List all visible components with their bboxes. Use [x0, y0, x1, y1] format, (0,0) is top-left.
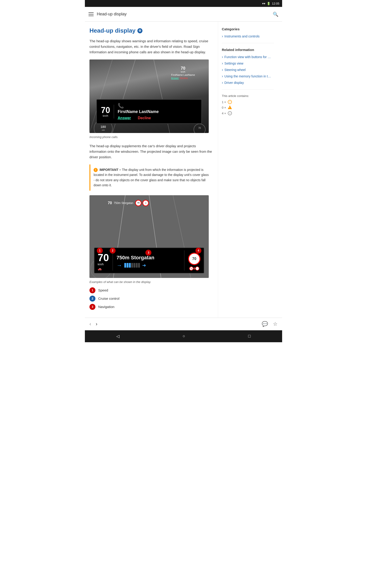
no-overtake-sign — [189, 267, 199, 271]
sidebar-link-settings-view[interactable]: Settings view — [222, 61, 274, 65]
hud-caller-name: FirstName LastName — [118, 109, 197, 114]
hud-small-info: 70 km/h FirstName LastName Answer Declin… — [171, 66, 195, 79]
sidebar-link-steering-wheel[interactable]: Steering wheel — [222, 68, 274, 72]
speed-limit-icon: 🚗 — [98, 267, 102, 271]
sidebar-divider-1 — [222, 43, 274, 43]
back-button[interactable]: ‹ — [90, 321, 91, 327]
nav-hud-image: 70 70 70 750m Storgatan 70 ⊘ — [90, 195, 209, 278]
bookmark-button[interactable]: ☆ — [273, 321, 277, 327]
callout-3: 3 — [145, 250, 151, 256]
status-icons: ▾▾ 🔋 12:05 — [262, 2, 279, 5]
main-content: Head-up display ⚙ The head-up display sh… — [85, 22, 282, 318]
status-bar: ▾▾ 🔋 12:05 — [85, 0, 282, 7]
list-item-3: 3 Navigation — [90, 304, 213, 310]
nav-callouts-12: 1 2 — [97, 248, 110, 254]
progress-bar-6 — [136, 263, 138, 268]
sidebar-link-instruments[interactable]: Instruments and controls — [222, 34, 274, 38]
nav-turn-arrow: ➜ — [142, 262, 146, 268]
menu-button[interactable] — [89, 12, 94, 16]
chat-button[interactable]: 💬 — [262, 321, 268, 327]
related-info-title: Related information — [222, 48, 274, 52]
clock: 12:05 — [272, 2, 279, 5]
progress-bar-5 — [133, 263, 135, 268]
nav-direction-arrow: → — [117, 262, 122, 268]
alert-count-row: 0 × — [222, 105, 274, 110]
nav-speed-small: 70 — [108, 201, 112, 205]
progress-bar-4 — [131, 263, 133, 268]
nav-big-speed: 70 — [98, 253, 109, 263]
article-contains-label: This article contains: — [222, 94, 274, 98]
alert-count: 0 × — [222, 106, 226, 109]
sidebar-link-memory-function[interactable]: Using the memory function in t… — [222, 74, 274, 78]
svg-text:70: 70 — [198, 127, 201, 129]
svg-point-16 — [193, 267, 195, 270]
sidebar-link-driver-display[interactable]: Driver display — [222, 81, 274, 85]
important-label: IMPORTANT – — [100, 168, 121, 172]
nav-right-section: 4 70 — [188, 250, 200, 271]
restriction-signs — [189, 267, 199, 271]
hud-caller-info: 📞 FirstName LastName Answer Decline — [118, 103, 197, 120]
hud-call-buttons: Answer Decline — [118, 116, 197, 120]
bottom-nav-left: ‹ › — [90, 321, 98, 327]
sidebar-link-function-view[interactable]: Function view with buttons for … — [222, 55, 274, 59]
sidebar: Categories Instruments and controls Rela… — [218, 22, 277, 318]
callout-4: 4 — [195, 248, 201, 254]
list-badge-3: 3 — [90, 304, 95, 310]
nav-hud-box: 1 2 70 km/h 🚗 3 750m Stor — [94, 248, 204, 273]
alert-icon-wrapper — [228, 105, 232, 110]
nav-middle-section: 3 750m Storgatan → — [117, 252, 181, 268]
nav-title: Head-up display — [97, 12, 127, 17]
callout-4-wrapper: 4 — [195, 248, 201, 254]
page-title: Head-up display ⚙ — [90, 27, 213, 34]
bottom-nav-right: 💬 ☆ — [262, 321, 277, 327]
hud-divider — [114, 105, 114, 119]
speed-sign-big: 70 — [188, 253, 200, 265]
list-badge-1: 1 — [90, 287, 95, 293]
speed-sign-small: 70 — [135, 200, 142, 206]
progress-bar-3 — [129, 263, 131, 268]
sidebar-divider-2 — [222, 89, 274, 90]
android-recent[interactable]: □ — [248, 334, 251, 338]
nav-big-unit: km/h — [98, 263, 104, 266]
image2-caption: Examples of what can be shown in the dis… — [90, 280, 213, 284]
list-label-3: Navigation — [98, 305, 115, 309]
callout-2: 2 — [110, 248, 116, 254]
hud-small-buttons: Answer Decline — [171, 77, 195, 79]
android-back[interactable]: ◁ — [116, 334, 119, 339]
svg-text:160: 160 — [102, 129, 105, 131]
list-label-1: Speed — [98, 288, 108, 292]
nav-signs-small: 70 ⊘ — [135, 200, 149, 206]
list-item-2: 2 Cruise control — [90, 296, 213, 302]
forward-button[interactable]: › — [96, 321, 97, 327]
svg-point-17 — [195, 267, 199, 270]
article-content: Head-up display ⚙ The head-up display sh… — [85, 22, 218, 318]
answer-button[interactable]: Answer — [118, 116, 131, 120]
categories-title: Categories — [222, 27, 274, 31]
nav-divider-2 — [184, 250, 184, 271]
info-count-row: 4 × i — [222, 111, 274, 115]
intro-text: The head-up display shows warnings and i… — [90, 38, 213, 55]
image1-caption: Incoming phone calls. — [90, 135, 213, 139]
battery-icon: 🔋 — [267, 2, 270, 5]
search-button[interactable]: 🔍 — [273, 11, 278, 17]
svg-text:180: 180 — [100, 125, 106, 129]
important-notice: ! IMPORTANT – The display unit from whic… — [90, 164, 213, 191]
hud-big-unit: km/h — [103, 114, 108, 117]
body-text: The head-up display supplements the car'… — [90, 143, 213, 160]
settings-icon[interactable]: ⚙ — [137, 28, 142, 33]
numbered-list: 1 Speed 2 Cruise control 3 Navigation — [90, 287, 213, 310]
nav-arrow-area: → ➜ — [117, 262, 181, 268]
info-count: 4 × — [222, 112, 226, 115]
warning-count-row: 1 × ! — [222, 100, 274, 104]
android-home[interactable]: ○ — [183, 334, 185, 338]
android-nav: ◁ ○ □ — [85, 330, 282, 342]
phone-icon: 📞 — [118, 103, 124, 109]
hud-big-speed: 70 — [101, 106, 110, 114]
hud-speed-small: 70 — [171, 66, 195, 71]
decline-button[interactable]: Decline — [138, 116, 151, 120]
list-label-2: Cruise control — [98, 296, 119, 300]
no-pass-sign-small: ⊘ — [142, 200, 149, 206]
progress-bar-2 — [127, 263, 128, 268]
nav-left: Head-up display — [89, 12, 127, 17]
alert-icon — [228, 105, 232, 109]
